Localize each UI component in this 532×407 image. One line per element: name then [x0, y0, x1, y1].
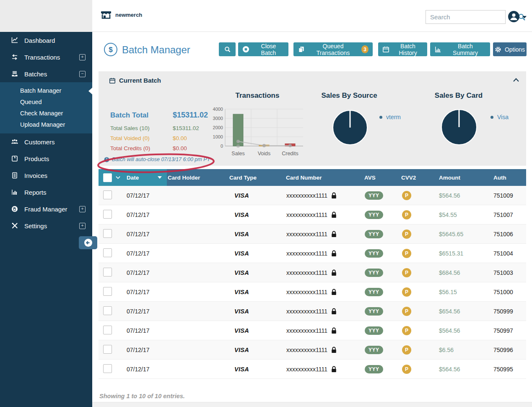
cell-card-type: VISA — [228, 366, 285, 373]
column-header-card-number[interactable]: Card Number — [285, 175, 361, 181]
row-checkbox[interactable] — [103, 306, 112, 315]
avs-badge: YYY — [365, 249, 383, 258]
total-credits-label: Total Credits (0) — [110, 145, 173, 151]
cell-avs: YYY — [361, 249, 398, 258]
row-select-cell — [99, 287, 126, 297]
column-header-date[interactable]: Date — [126, 169, 167, 186]
brand-logo[interactable]: newmerch — [101, 10, 142, 20]
batches-submenu: Batch ManagerQueuedCheck ManagerUpload M… — [0, 82, 92, 133]
masked-card-number: xxxxxxxxxx1111 — [286, 192, 327, 199]
panel-title-label: Current Batch — [119, 77, 161, 84]
batch-history-button[interactable]: Batch History — [378, 42, 427, 56]
sales-by-source-title: Sales By Source — [299, 91, 400, 100]
row-checkbox[interactable] — [103, 345, 112, 354]
legend-dot — [490, 116, 493, 119]
row-checkbox[interactable] — [103, 268, 112, 277]
lock-icon[interactable] — [331, 250, 337, 257]
sidebar-collapse-button[interactable] — [79, 236, 97, 249]
column-header-card-type[interactable]: Card Type — [228, 175, 285, 181]
select-all-checkbox[interactable] — [103, 173, 112, 182]
lock-icon[interactable] — [331, 327, 337, 334]
sidebar-subitem-check-manager[interactable]: Check Manager — [0, 108, 92, 119]
masked-card-number: xxxxxxxxxx1111 — [286, 231, 327, 237]
lock-icon[interactable] — [331, 192, 337, 199]
row-checkbox[interactable] — [103, 248, 112, 257]
lock-icon[interactable] — [331, 211, 337, 218]
search-batch-button[interactable] — [219, 42, 236, 56]
sidebar-top-corner — [0, 0, 92, 32]
cell-amount: $6515.31 — [438, 250, 493, 257]
table-row: 07/12/17 VISA xxxxxxxxxx1111 YYY P $684.… — [99, 263, 526, 282]
sidebar-item-customers[interactable]: Customers — [0, 133, 92, 150]
sidebar-subitem-upload-manager[interactable]: Upload Manager — [0, 119, 92, 130]
expand-plus-icon[interactable]: + — [79, 54, 86, 60]
row-select-cell — [99, 229, 126, 239]
close-batch-button[interactable]: Close Batch — [238, 42, 288, 56]
row-checkbox[interactable] — [103, 364, 112, 373]
sidebar-item-batches[interactable]: Batches− — [0, 65, 92, 82]
fraud-manager-icon — [11, 205, 18, 213]
lock-icon[interactable] — [331, 366, 337, 373]
legend-label-visa: Visa — [497, 114, 509, 120]
column-header-avs[interactable]: AVS — [361, 175, 398, 181]
cell-auth: 751000 — [493, 289, 526, 295]
cell-cvv2: P — [398, 307, 438, 316]
row-select-cell — [99, 210, 126, 220]
sidebar-item-reports[interactable]: Reports — [0, 184, 92, 201]
sidebar-item-fraud-manager[interactable]: Fraud Manager+ — [0, 201, 92, 217]
queued-transactions-button[interactable]: Queued Transactions 3 — [293, 42, 373, 56]
row-checkbox[interactable] — [103, 210, 112, 219]
row-checkbox[interactable] — [103, 326, 112, 334]
masked-card-number: xxxxxxxxxx1111 — [286, 366, 327, 373]
row-checkbox[interactable] — [103, 287, 112, 296]
row-select-cell — [99, 190, 126, 201]
column-header-auth[interactable]: Auth — [493, 175, 526, 181]
legend-dot — [379, 116, 382, 119]
user-menu-caret-icon[interactable] — [522, 16, 527, 18]
cell-avs: YYY — [361, 191, 398, 200]
column-header-cvv2[interactable]: CVV2 — [398, 175, 438, 181]
lock-icon[interactable] — [331, 308, 337, 315]
panel-title: Current Batch — [109, 77, 161, 84]
sidebar-item-transactions[interactable]: Transactions+ — [0, 49, 92, 65]
avs-badge: YYY — [365, 211, 383, 219]
options-button[interactable]: Options — [493, 42, 527, 56]
lock-icon[interactable] — [331, 269, 337, 276]
bar-chart-icon — [434, 46, 441, 53]
svg-text:Sales: Sales — [231, 151, 244, 157]
cell-card-number: xxxxxxxxxx1111 — [285, 366, 361, 373]
expand-plus-icon[interactable]: + — [79, 223, 86, 229]
search-input[interactable] — [426, 13, 518, 21]
sidebar-subitem-batch-manager[interactable]: Batch Manager — [0, 85, 92, 97]
sidebar-item-settings[interactable]: Settings+ — [0, 217, 92, 234]
sidebar-subitem-queued[interactable]: Queued — [0, 97, 92, 108]
column-header-card-holder[interactable]: Card Holder — [167, 175, 228, 181]
collapse-panel-chevron-icon[interactable] — [513, 76, 519, 84]
cvv2-badge: P — [402, 365, 411, 374]
column-header-amount[interactable]: Amount — [438, 175, 493, 181]
user-avatar[interactable] — [508, 11, 519, 22]
cell-auth: 751006 — [493, 231, 526, 237]
sidebar-item-invoices[interactable]: Invoices — [0, 167, 92, 184]
sales-by-card-title: Sales By Card — [408, 91, 509, 100]
sidebar-item-products[interactable]: Products — [0, 150, 92, 167]
lock-icon[interactable] — [331, 231, 337, 237]
expand-plus-icon[interactable]: + — [79, 206, 86, 212]
lock-icon[interactable] — [331, 289, 337, 295]
svg-text:Voids: Voids — [258, 151, 271, 157]
row-select-cell — [99, 248, 126, 258]
collapse-minus-icon[interactable]: − — [79, 71, 86, 77]
gear-icon — [495, 46, 501, 53]
total-voided-value: $0.00 — [173, 135, 211, 141]
table-row: 07/12/17 VISA xxxxxxxxxx1111 YYY P $56.1… — [99, 282, 526, 302]
global-search — [426, 10, 506, 24]
select-dropdown-chevron-icon[interactable] — [116, 176, 120, 179]
cell-amount: $54.55 — [438, 211, 493, 218]
cell-date: 07/12/17 — [126, 231, 167, 237]
row-checkbox[interactable] — [103, 229, 112, 238]
sidebar-item-dashboard[interactable]: Dashboard — [0, 32, 92, 49]
lock-icon[interactable] — [331, 347, 337, 353]
batch-summary-button[interactable]: Batch Summary — [430, 42, 490, 56]
row-checkbox[interactable] — [103, 190, 112, 199]
cell-card-number: xxxxxxxxxx1111 — [285, 250, 361, 257]
